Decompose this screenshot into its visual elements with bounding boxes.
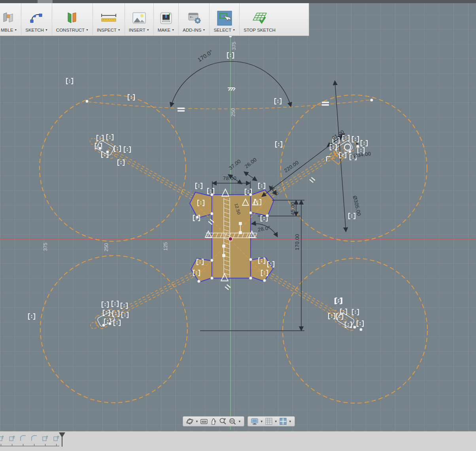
axis-label: 250 — [103, 243, 109, 252]
display-settings-button[interactable] — [250, 417, 259, 425]
origin-point[interactable] — [229, 237, 232, 241]
select-label: SELECT▼ — [213, 28, 235, 32]
timeline-feature-fillet[interactable] — [31, 435, 38, 442]
document-tab[interactable] — [38, 0, 53, 3]
assemble-icon — [1, 10, 17, 26]
make-menu-button[interactable]: MAKE▼ — [154, 3, 179, 36]
sketch-geometry[interactable] — [0, 0, 476, 451]
zoom-dropdown-caret[interactable]: ▼ — [238, 420, 241, 423]
look-at-button[interactable] — [200, 417, 208, 425]
orbit-button[interactable] — [185, 417, 194, 425]
assemble-label: MBLE▼ — [1, 28, 17, 32]
zoom-button[interactable] — [219, 417, 227, 425]
timeline-tick — [1, 444, 1, 446]
grid-display-button[interactable] — [264, 417, 273, 425]
inspect-icon — [100, 10, 117, 26]
select-icon — [217, 10, 232, 26]
window-zoom-button[interactable] — [228, 417, 237, 425]
viewports-button[interactable] — [279, 417, 287, 425]
window-top-strip — [0, 0, 476, 3]
coincident-constraint-icons[interactable] — [28, 53, 367, 328]
timeline-tick — [56, 444, 57, 446]
insert-icon — [132, 10, 147, 26]
addins-menu-button[interactable]: >- ADD-INS▼ — [179, 3, 210, 36]
construct-icon — [64, 10, 81, 26]
navigation-tools-group: ▼ ▼ — [183, 416, 244, 426]
stop-sketch-icon — [251, 10, 268, 26]
orbit-dropdown-caret[interactable]: ▼ — [195, 420, 198, 423]
grid-dropdown-caret[interactable]: ▼ — [274, 420, 278, 423]
axis-label: 375 — [231, 42, 237, 50]
addins-label: ADD-INS▼ — [183, 28, 205, 32]
timeline-feature-fillet[interactable] — [20, 435, 26, 442]
dimension-170[interactable]: 170.00 — [294, 234, 300, 250]
fix-constraint-icon[interactable] — [228, 88, 235, 91]
timeline-feature-extrude[interactable] — [0, 435, 4, 442]
timeline-tick — [45, 444, 45, 446]
fusion360-window: 375 250 375 250 125 170.0° 78.00 37.00 2… — [0, 0, 476, 451]
view-navigation-bar: ▼ ▼ ▼ ▼ — [183, 416, 295, 426]
dimension-45[interactable]: 45.00 — [290, 202, 296, 215]
select-menu-button[interactable]: SELECT▼ — [210, 3, 240, 36]
sketch-menu-button[interactable]: SKETCH▼ — [21, 3, 52, 36]
equal-constraint-icons[interactable] — [178, 102, 329, 112]
construct-menu-button[interactable]: CONSTRUCT▼ — [52, 3, 93, 36]
assemble-menu-button[interactable]: MBLE▼ — [0, 3, 21, 36]
timeline-tick — [12, 444, 12, 446]
insert-menu-button[interactable]: INSERT▼ — [125, 3, 154, 36]
make-icon — [159, 10, 174, 26]
pan-button[interactable] — [209, 417, 218, 425]
timeline-track — [0, 446, 59, 446]
insert-label: INSERT▼ — [129, 28, 149, 32]
timeline-playhead[interactable] — [62, 432, 62, 447]
display-dropdown-caret[interactable]: ▼ — [260, 420, 263, 423]
timeline-tick — [34, 444, 34, 446]
viewports-dropdown-caret[interactable]: ▼ — [289, 420, 292, 423]
axis-label: 375 — [42, 243, 48, 251]
axis-label: 125 — [162, 242, 168, 251]
timeline-tick — [23, 444, 23, 446]
sketch-icon — [29, 10, 45, 26]
timeline-feature-extrude[interactable] — [9, 435, 15, 442]
top-construction-arc[interactable] — [88, 100, 372, 109]
stop-sketch-label: STOP SKETCH — [244, 28, 276, 32]
addins-icon: >- — [186, 10, 202, 26]
sketch-canvas[interactable]: 375 250 375 250 125 170.0° 78.00 37.00 2… — [0, 0, 476, 451]
sketch-label: SKETCH▼ — [25, 28, 48, 32]
inspect-menu-button[interactable]: INSPECT▼ — [93, 3, 125, 36]
timeline-feature-extrude[interactable] — [42, 435, 49, 442]
construct-label: CONSTRUCT▼ — [56, 28, 89, 32]
timeline-bar — [0, 431, 476, 451]
stop-sketch-button[interactable]: STOP SKETCH — [240, 3, 280, 36]
display-settings-group: ▼ ▼ ▼ — [247, 416, 295, 426]
make-label: MAKE▼ — [158, 28, 175, 32]
body-profile[interactable] — [190, 190, 274, 282]
svg-text:>-: >- — [190, 15, 194, 19]
main-toolbar: MBLE▼ SKETCH▼ CONSTRUCT▼ INSPECT▼ INSERT… — [0, 3, 309, 36]
dimension-78[interactable]: 78.00 — [223, 175, 236, 181]
axis-label: 250 — [230, 108, 236, 117]
inspect-label: INSPECT▼ — [97, 28, 121, 32]
